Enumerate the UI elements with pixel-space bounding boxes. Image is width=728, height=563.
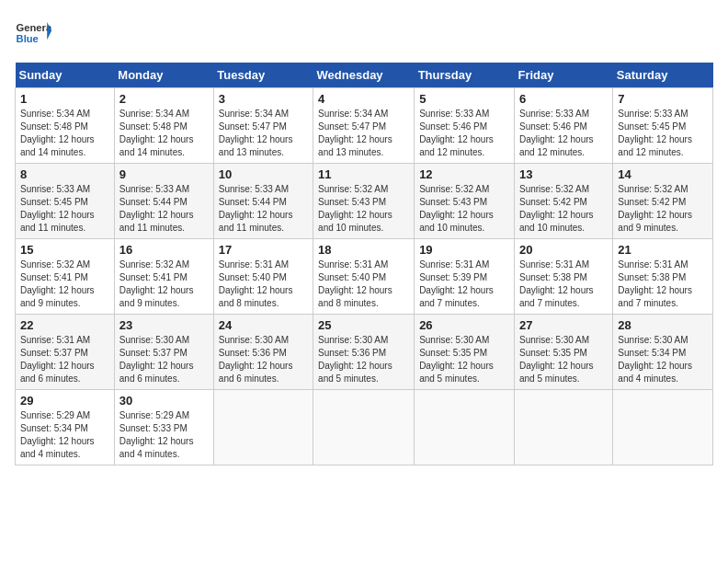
calendar-cell: 17 Sunrise: 5:31 AM Sunset: 5:40 PM Dayl…: [213, 239, 313, 315]
calendar-cell: 29 Sunrise: 5:29 AM Sunset: 5:34 PM Dayl…: [16, 390, 115, 465]
calendar-cell: 11 Sunrise: 5:32 AM Sunset: 5:43 PM Dayl…: [313, 164, 415, 239]
day-info: Sunrise: 5:33 AM Sunset: 5:44 PM Dayligh…: [219, 183, 308, 235]
day-info: Sunrise: 5:33 AM Sunset: 5:45 PM Dayligh…: [618, 108, 708, 159]
day-number: 7: [618, 92, 708, 106]
day-info: Sunrise: 5:30 AM Sunset: 5:37 PM Dayligh…: [119, 334, 209, 385]
calendar-cell: 21 Sunrise: 5:31 AM Sunset: 5:38 PM Dayl…: [613, 239, 713, 315]
calendar-cell: 2 Sunrise: 5:34 AM Sunset: 5:48 PM Dayli…: [114, 88, 213, 164]
day-info: Sunrise: 5:33 AM Sunset: 5:44 PM Dayligh…: [119, 183, 209, 235]
day-info: Sunrise: 5:32 AM Sunset: 5:42 PM Dayligh…: [519, 183, 608, 235]
col-friday: Friday: [514, 63, 612, 88]
calendar-cell: 23 Sunrise: 5:30 AM Sunset: 5:37 PM Dayl…: [114, 315, 213, 390]
calendar-cell: 26 Sunrise: 5:30 AM Sunset: 5:35 PM Dayl…: [415, 315, 515, 390]
day-number: 20: [519, 243, 608, 257]
day-number: 12: [419, 167, 509, 181]
day-info: Sunrise: 5:31 AM Sunset: 5:38 PM Dayligh…: [618, 259, 708, 310]
col-monday: Monday: [114, 63, 213, 88]
day-info: Sunrise: 5:30 AM Sunset: 5:35 PM Dayligh…: [419, 334, 509, 385]
day-number: 14: [618, 167, 708, 181]
calendar-cell: 30 Sunrise: 5:29 AM Sunset: 5:33 PM Dayl…: [114, 390, 213, 465]
day-info: Sunrise: 5:34 AM Sunset: 5:47 PM Dayligh…: [219, 108, 308, 159]
day-info: Sunrise: 5:31 AM Sunset: 5:38 PM Dayligh…: [519, 259, 608, 310]
calendar-cell: 8 Sunrise: 5:33 AM Sunset: 5:45 PM Dayli…: [16, 164, 115, 239]
calendar-cell: 22 Sunrise: 5:31 AM Sunset: 5:37 PM Dayl…: [16, 315, 115, 390]
day-number: 22: [20, 318, 109, 332]
day-info: Sunrise: 5:31 AM Sunset: 5:39 PM Dayligh…: [419, 259, 509, 310]
day-number: 18: [318, 243, 409, 257]
day-info: Sunrise: 5:32 AM Sunset: 5:43 PM Dayligh…: [419, 183, 509, 235]
day-number: 26: [419, 318, 509, 332]
day-number: 6: [519, 92, 608, 106]
calendar-cell: 24 Sunrise: 5:30 AM Sunset: 5:36 PM Dayl…: [213, 315, 313, 390]
calendar-week-row: 1 Sunrise: 5:34 AM Sunset: 5:48 PM Dayli…: [16, 88, 713, 164]
day-number: 13: [519, 167, 608, 181]
day-number: 25: [318, 318, 409, 332]
day-info: Sunrise: 5:34 AM Sunset: 5:47 PM Dayligh…: [318, 108, 409, 159]
day-info: Sunrise: 5:33 AM Sunset: 5:46 PM Dayligh…: [419, 108, 509, 159]
day-number: 16: [119, 243, 209, 257]
calendar-cell: 18 Sunrise: 5:31 AM Sunset: 5:40 PM Dayl…: [313, 239, 415, 315]
day-info: Sunrise: 5:32 AM Sunset: 5:42 PM Dayligh…: [618, 183, 708, 235]
day-number: 19: [419, 243, 509, 257]
day-info: Sunrise: 5:32 AM Sunset: 5:41 PM Dayligh…: [20, 259, 109, 310]
day-number: 27: [519, 318, 608, 332]
calendar-cell: 27 Sunrise: 5:30 AM Sunset: 5:35 PM Dayl…: [514, 315, 612, 390]
calendar-cell: [213, 390, 313, 465]
col-wednesday: Wednesday: [313, 63, 415, 88]
day-info: Sunrise: 5:34 AM Sunset: 5:48 PM Dayligh…: [20, 108, 109, 159]
calendar-cell: 12 Sunrise: 5:32 AM Sunset: 5:43 PM Dayl…: [415, 164, 515, 239]
day-number: 30: [119, 394, 209, 408]
day-number: 10: [219, 167, 308, 181]
calendar-cell: 14 Sunrise: 5:32 AM Sunset: 5:42 PM Dayl…: [613, 164, 713, 239]
col-saturday: Saturday: [613, 63, 713, 88]
calendar-header-row: Sunday Monday Tuesday Wednesday Thursday…: [16, 63, 713, 88]
day-number: 11: [318, 167, 409, 181]
svg-text:General: General: [17, 22, 51, 33]
day-number: 15: [20, 243, 109, 257]
day-number: 5: [419, 92, 509, 106]
day-info: Sunrise: 5:30 AM Sunset: 5:36 PM Dayligh…: [318, 334, 409, 385]
col-thursday: Thursday: [415, 63, 515, 88]
page-header: General Blue: [15, 15, 713, 52]
calendar-table: Sunday Monday Tuesday Wednesday Thursday…: [15, 63, 713, 465]
calendar-cell: [613, 390, 713, 465]
calendar-week-row: 8 Sunrise: 5:33 AM Sunset: 5:45 PM Dayli…: [16, 164, 713, 239]
day-info: Sunrise: 5:32 AM Sunset: 5:43 PM Dayligh…: [318, 183, 409, 235]
day-info: Sunrise: 5:30 AM Sunset: 5:35 PM Dayligh…: [519, 334, 608, 385]
day-info: Sunrise: 5:29 AM Sunset: 5:33 PM Dayligh…: [119, 409, 209, 461]
calendar-cell: 5 Sunrise: 5:33 AM Sunset: 5:46 PM Dayli…: [415, 88, 515, 164]
calendar-cell: [313, 390, 415, 465]
day-number: 29: [20, 394, 109, 408]
calendar-cell: 4 Sunrise: 5:34 AM Sunset: 5:47 PM Dayli…: [313, 88, 415, 164]
calendar-cell: 25 Sunrise: 5:30 AM Sunset: 5:36 PM Dayl…: [313, 315, 415, 390]
day-info: Sunrise: 5:31 AM Sunset: 5:40 PM Dayligh…: [219, 259, 308, 310]
day-number: 24: [219, 318, 308, 332]
day-info: Sunrise: 5:33 AM Sunset: 5:45 PM Dayligh…: [20, 183, 109, 235]
calendar-cell: [514, 390, 612, 465]
col-tuesday: Tuesday: [213, 63, 313, 88]
day-info: Sunrise: 5:29 AM Sunset: 5:34 PM Dayligh…: [20, 409, 109, 461]
col-sunday: Sunday: [16, 63, 115, 88]
day-number: 21: [618, 243, 708, 257]
day-info: Sunrise: 5:31 AM Sunset: 5:37 PM Dayligh…: [20, 334, 109, 385]
day-number: 8: [20, 167, 109, 181]
calendar-cell: 16 Sunrise: 5:32 AM Sunset: 5:41 PM Dayl…: [114, 239, 213, 315]
logo: General Blue: [15, 15, 55, 52]
calendar-cell: 20 Sunrise: 5:31 AM Sunset: 5:38 PM Dayl…: [514, 239, 612, 315]
day-number: 17: [219, 243, 308, 257]
day-number: 4: [318, 92, 409, 106]
calendar-cell: 10 Sunrise: 5:33 AM Sunset: 5:44 PM Dayl…: [213, 164, 313, 239]
day-number: 28: [618, 318, 708, 332]
calendar-cell: 3 Sunrise: 5:34 AM Sunset: 5:47 PM Dayli…: [213, 88, 313, 164]
calendar-week-row: 22 Sunrise: 5:31 AM Sunset: 5:37 PM Dayl…: [16, 315, 713, 390]
day-info: Sunrise: 5:30 AM Sunset: 5:34 PM Dayligh…: [618, 334, 708, 385]
svg-text:Blue: Blue: [17, 33, 39, 44]
calendar-cell: 15 Sunrise: 5:32 AM Sunset: 5:41 PM Dayl…: [16, 239, 115, 315]
calendar-cell: 7 Sunrise: 5:33 AM Sunset: 5:45 PM Dayli…: [613, 88, 713, 164]
calendar-week-row: 29 Sunrise: 5:29 AM Sunset: 5:34 PM Dayl…: [16, 390, 713, 465]
calendar-week-row: 15 Sunrise: 5:32 AM Sunset: 5:41 PM Dayl…: [16, 239, 713, 315]
calendar-cell: 1 Sunrise: 5:34 AM Sunset: 5:48 PM Dayli…: [16, 88, 115, 164]
day-number: 2: [119, 92, 209, 106]
day-info: Sunrise: 5:34 AM Sunset: 5:48 PM Dayligh…: [119, 108, 209, 159]
calendar-cell: 13 Sunrise: 5:32 AM Sunset: 5:42 PM Dayl…: [514, 164, 612, 239]
